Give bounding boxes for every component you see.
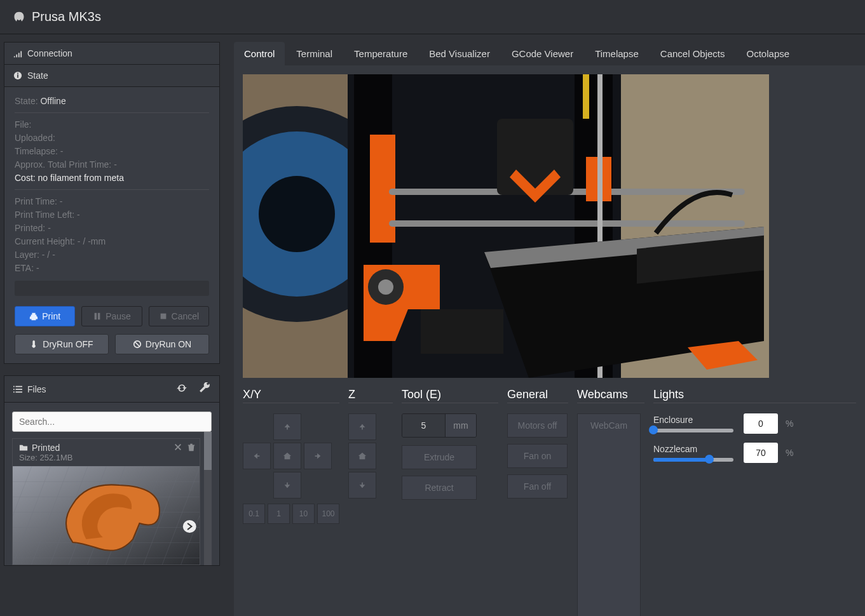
jog-z-up-button[interactable]: [348, 413, 376, 440]
step-100-button[interactable]: 100: [317, 504, 339, 524]
cancel-button[interactable]: Cancel: [149, 306, 209, 326]
arrow-down-icon: [358, 481, 367, 490]
tool-title: Tool (E): [402, 388, 498, 401]
nozzle-light-value[interactable]: 70: [744, 443, 778, 463]
tab-cancel-objects[interactable]: Cancel Objects: [650, 42, 735, 65]
dryrun-on-button[interactable]: DryRun ON: [115, 334, 209, 354]
dryrun-off-button[interactable]: DryRun OFF: [15, 334, 109, 354]
tab-gcode-viewer[interactable]: GCode Viewer: [501, 42, 583, 65]
state-body: State: Offline File: Uploaded: Timelapse…: [4, 87, 220, 364]
motors-off-button[interactable]: Motors off: [507, 413, 568, 438]
step-0-1-button[interactable]: 0.1: [243, 504, 265, 524]
file-label: File:: [15, 119, 31, 130]
svg-point-8: [183, 520, 196, 533]
tab-control[interactable]: Control: [234, 42, 285, 65]
state-label: State:: [15, 96, 38, 106]
enclosure-light-slider[interactable]: [653, 429, 733, 432]
svg-rect-23: [497, 119, 573, 195]
state-value: Offline: [40, 96, 65, 106]
enclosure-light-value[interactable]: 0: [744, 413, 778, 434]
approx-label: Approx. Total Print Time:: [15, 159, 111, 170]
tab-timelapse[interactable]: Timelapse: [585, 42, 649, 65]
extrude-amount-input[interactable]: 5 mm: [402, 413, 477, 438]
thermometer-icon: [30, 340, 39, 349]
jog-y-down-button[interactable]: [273, 472, 301, 499]
svg-line-5: [135, 342, 139, 347]
enclosure-light-label: Enclosure: [653, 415, 736, 425]
webcam-button[interactable]: WebCam: [577, 413, 641, 616]
svg-rect-28: [583, 74, 589, 119]
tabs: Control Terminal Temperature Bed Visuali…: [234, 42, 865, 65]
jog-y-up-button[interactable]: [273, 413, 301, 440]
file-thumbnail: [13, 466, 200, 565]
main: Control Terminal Temperature Bed Visuali…: [220, 42, 865, 616]
print-button[interactable]: Print: [15, 306, 75, 326]
svg-point-14: [259, 176, 335, 252]
stop-icon: [159, 312, 168, 321]
extrude-button[interactable]: Extrude: [402, 445, 477, 469]
tab-octolapse[interactable]: Octolapse: [737, 42, 800, 65]
sidebar: Connection State State: Offline File: Up…: [4, 42, 220, 616]
connection-accordion-head[interactable]: Connection: [4, 42, 220, 65]
wrench-icon[interactable]: [199, 382, 210, 396]
arrow-down-icon: [283, 481, 292, 490]
svg-rect-2: [17, 73, 18, 74]
print-time-left-value: -: [77, 210, 80, 220]
xy-title: X/Y: [243, 388, 339, 401]
dryrun-on-label: DryRun ON: [146, 339, 191, 349]
refresh-icon[interactable]: [176, 382, 187, 396]
printed-value: -: [48, 223, 51, 233]
jog-home-z-button[interactable]: [348, 443, 376, 469]
signal-icon: [13, 49, 22, 58]
ban-icon: [133, 340, 142, 349]
jog-z-down-button[interactable]: [348, 472, 376, 499]
print-time-value: -: [60, 196, 63, 206]
svg-rect-1: [17, 74, 18, 77]
folder-icon: [19, 443, 28, 452]
tab-bed-visualizer[interactable]: Bed Visualizer: [419, 42, 500, 65]
file-entry-size: Size: 252.1MB: [19, 453, 193, 462]
cost-value: no filament from meta: [38, 173, 124, 183]
retract-button[interactable]: Retract: [402, 476, 477, 500]
z-title: Z: [348, 388, 393, 401]
file-close-icon[interactable]: [174, 443, 182, 453]
tab-temperature[interactable]: Temperature: [344, 42, 418, 65]
app-header: Prusa MK3s: [0, 0, 865, 34]
approx-value: -: [114, 159, 117, 170]
uploaded-label: Uploaded:: [15, 133, 55, 143]
eta-value: -: [36, 263, 39, 273]
eta-label: ETA:: [15, 263, 34, 273]
step-10-button[interactable]: 10: [292, 504, 315, 524]
jog-home-xy-button[interactable]: [273, 443, 301, 469]
scrollbar[interactable]: [204, 432, 212, 565]
file-delete-icon[interactable]: [187, 443, 196, 453]
pause-button[interactable]: Pause: [81, 306, 142, 326]
cost-label: Cost:: [15, 173, 36, 183]
home-icon: [283, 452, 292, 460]
search-input[interactable]: [12, 412, 212, 432]
home-icon: [358, 452, 367, 460]
nozzle-light-slider[interactable]: [653, 458, 733, 462]
step-1-button[interactable]: 1: [268, 504, 290, 524]
print-time-label: Print Time:: [15, 196, 57, 206]
file-entry[interactable]: Printed Size: 252.1MB: [12, 438, 200, 565]
printed-label: Printed:: [15, 223, 45, 233]
svg-rect-18: [421, 309, 503, 354]
timelapse-label: Timelapse:: [15, 146, 58, 156]
pause-label: Pause: [106, 311, 131, 321]
fan-on-button[interactable]: Fan on: [507, 444, 568, 468]
progress-bar: [15, 281, 209, 296]
arrow-up-icon: [358, 422, 367, 431]
layer-value: - / -: [42, 250, 55, 260]
jog-x-left-button[interactable]: [243, 443, 271, 469]
state-accordion-head[interactable]: State: [4, 65, 220, 87]
dryrun-off-label: DryRun OFF: [43, 339, 93, 349]
fan-off-button[interactable]: Fan off: [507, 474, 568, 499]
extrude-amount-value: 5: [402, 414, 446, 437]
print-icon: [29, 312, 38, 321]
jog-x-right-button[interactable]: [304, 443, 332, 469]
tab-terminal[interactable]: Terminal: [286, 42, 343, 65]
files-head[interactable]: Files: [4, 375, 220, 403]
pause-icon: [93, 312, 102, 321]
general-title: General: [507, 388, 568, 401]
